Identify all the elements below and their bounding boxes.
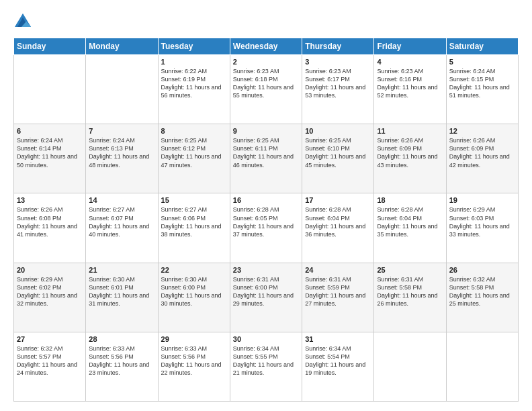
day-info: Sunrise: 6:32 AM Sunset: 5:58 PM Dayligh… xyxy=(449,275,515,308)
day-number: 29 xyxy=(161,335,227,343)
day-cell: 15Sunrise: 6:27 AM Sunset: 6:06 PM Dayli… xyxy=(158,193,230,263)
day-number: 31 xyxy=(305,335,371,343)
day-info: Sunrise: 6:27 AM Sunset: 6:06 PM Dayligh… xyxy=(161,205,227,238)
day-number: 26 xyxy=(449,266,515,274)
day-cell: 26Sunrise: 6:32 AM Sunset: 5:58 PM Dayli… xyxy=(446,263,518,332)
day-info: Sunrise: 6:30 AM Sunset: 6:01 PM Dayligh… xyxy=(89,275,154,308)
day-info: Sunrise: 6:25 AM Sunset: 6:11 PM Dayligh… xyxy=(233,136,299,169)
header-cell-monday: Monday xyxy=(86,38,158,55)
day-info: Sunrise: 6:33 AM Sunset: 5:56 PM Dayligh… xyxy=(89,345,154,377)
day-info: Sunrise: 6:25 AM Sunset: 6:10 PM Dayligh… xyxy=(305,136,371,169)
day-cell xyxy=(86,55,158,124)
day-number: 22 xyxy=(161,266,227,274)
day-info: Sunrise: 6:29 AM Sunset: 6:03 PM Dayligh… xyxy=(449,205,515,238)
day-number: 11 xyxy=(377,127,443,135)
day-info: Sunrise: 6:24 AM Sunset: 6:14 PM Dayligh… xyxy=(17,136,83,169)
day-number: 4 xyxy=(377,58,443,66)
header-cell-sunday: Sunday xyxy=(14,38,86,55)
day-cell: 14Sunrise: 6:27 AM Sunset: 6:07 PM Dayli… xyxy=(86,193,158,263)
day-info: Sunrise: 6:34 AM Sunset: 5:55 PM Dayligh… xyxy=(233,345,299,377)
day-number: 27 xyxy=(17,335,83,343)
day-number: 19 xyxy=(449,196,515,204)
day-info: Sunrise: 6:26 AM Sunset: 6:09 PM Dayligh… xyxy=(377,136,443,169)
day-info: Sunrise: 6:23 AM Sunset: 6:16 PM Dayligh… xyxy=(377,67,443,100)
calendar-body: 1Sunrise: 6:22 AM Sunset: 6:19 PM Daylig… xyxy=(14,55,519,402)
day-cell: 22Sunrise: 6:30 AM Sunset: 6:00 PM Dayli… xyxy=(158,263,230,332)
day-number: 28 xyxy=(89,335,154,343)
day-cell xyxy=(374,332,446,401)
day-info: Sunrise: 6:29 AM Sunset: 6:02 PM Dayligh… xyxy=(17,275,83,308)
day-cell: 12Sunrise: 6:26 AM Sunset: 6:09 PM Dayli… xyxy=(446,124,518,193)
day-cell: 21Sunrise: 6:30 AM Sunset: 6:01 PM Dayli… xyxy=(86,263,158,332)
day-cell: 27Sunrise: 6:32 AM Sunset: 5:57 PM Dayli… xyxy=(14,332,86,401)
day-number: 18 xyxy=(377,196,443,204)
day-number: 8 xyxy=(161,127,227,135)
day-cell xyxy=(446,332,518,401)
logo xyxy=(13,12,35,31)
day-number: 13 xyxy=(17,196,83,204)
day-info: Sunrise: 6:22 AM Sunset: 6:19 PM Dayligh… xyxy=(161,67,227,100)
header-cell-friday: Friday xyxy=(374,38,446,55)
day-number: 7 xyxy=(89,127,154,135)
header-row: SundayMondayTuesdayWednesdayThursdayFrid… xyxy=(14,38,519,55)
day-info: Sunrise: 6:28 AM Sunset: 6:05 PM Dayligh… xyxy=(233,205,299,238)
day-number: 30 xyxy=(233,335,299,343)
day-cell: 17Sunrise: 6:28 AM Sunset: 6:04 PM Dayli… xyxy=(302,193,374,263)
day-number: 14 xyxy=(89,196,154,204)
week-row-5: 27Sunrise: 6:32 AM Sunset: 5:57 PM Dayli… xyxy=(14,332,519,401)
day-number: 23 xyxy=(233,266,299,274)
header-cell-wednesday: Wednesday xyxy=(230,38,302,55)
day-number: 10 xyxy=(305,127,371,135)
page: SundayMondayTuesdayWednesdayThursdayFrid… xyxy=(0,0,532,411)
day-cell: 3Sunrise: 6:23 AM Sunset: 6:17 PM Daylig… xyxy=(302,55,374,124)
day-number: 3 xyxy=(305,58,371,66)
day-cell: 2Sunrise: 6:23 AM Sunset: 6:18 PM Daylig… xyxy=(230,55,302,124)
header xyxy=(13,12,519,31)
calendar-header: SundayMondayTuesdayWednesdayThursdayFrid… xyxy=(14,38,519,55)
day-cell xyxy=(14,55,86,124)
day-info: Sunrise: 6:26 AM Sunset: 6:09 PM Dayligh… xyxy=(449,136,515,169)
week-row-4: 20Sunrise: 6:29 AM Sunset: 6:02 PM Dayli… xyxy=(14,263,519,332)
day-cell: 23Sunrise: 6:31 AM Sunset: 6:00 PM Dayli… xyxy=(230,263,302,332)
day-cell: 24Sunrise: 6:31 AM Sunset: 5:59 PM Dayli… xyxy=(302,263,374,332)
day-number: 17 xyxy=(305,196,371,204)
day-cell: 25Sunrise: 6:31 AM Sunset: 5:58 PM Dayli… xyxy=(374,263,446,332)
day-cell: 6Sunrise: 6:24 AM Sunset: 6:14 PM Daylig… xyxy=(14,124,86,193)
day-info: Sunrise: 6:32 AM Sunset: 5:57 PM Dayligh… xyxy=(17,345,83,377)
day-info: Sunrise: 6:24 AM Sunset: 6:15 PM Dayligh… xyxy=(449,67,515,100)
calendar-table: SundayMondayTuesdayWednesdayThursdayFrid… xyxy=(13,38,519,402)
day-info: Sunrise: 6:26 AM Sunset: 6:08 PM Dayligh… xyxy=(17,205,83,238)
day-info: Sunrise: 6:33 AM Sunset: 5:56 PM Dayligh… xyxy=(161,345,227,377)
day-info: Sunrise: 6:24 AM Sunset: 6:13 PM Dayligh… xyxy=(89,136,154,169)
day-number: 6 xyxy=(17,127,83,135)
week-row-1: 1Sunrise: 6:22 AM Sunset: 6:19 PM Daylig… xyxy=(14,55,519,124)
day-info: Sunrise: 6:28 AM Sunset: 6:04 PM Dayligh… xyxy=(305,205,371,238)
week-row-3: 13Sunrise: 6:26 AM Sunset: 6:08 PM Dayli… xyxy=(14,193,519,263)
day-number: 9 xyxy=(233,127,299,135)
day-cell: 30Sunrise: 6:34 AM Sunset: 5:55 PM Dayli… xyxy=(230,332,302,401)
day-number: 12 xyxy=(449,127,515,135)
day-number: 20 xyxy=(17,266,83,274)
day-cell: 13Sunrise: 6:26 AM Sunset: 6:08 PM Dayli… xyxy=(14,193,86,263)
day-number: 15 xyxy=(161,196,227,204)
logo-icon xyxy=(13,12,32,31)
day-info: Sunrise: 6:31 AM Sunset: 5:59 PM Dayligh… xyxy=(305,275,371,308)
day-info: Sunrise: 6:23 AM Sunset: 6:18 PM Dayligh… xyxy=(233,67,299,100)
day-info: Sunrise: 6:23 AM Sunset: 6:17 PM Dayligh… xyxy=(305,67,371,100)
day-number: 2 xyxy=(233,58,299,66)
day-cell: 11Sunrise: 6:26 AM Sunset: 6:09 PM Dayli… xyxy=(374,124,446,193)
day-cell: 19Sunrise: 6:29 AM Sunset: 6:03 PM Dayli… xyxy=(446,193,518,263)
day-info: Sunrise: 6:27 AM Sunset: 6:07 PM Dayligh… xyxy=(89,205,154,238)
day-info: Sunrise: 6:31 AM Sunset: 6:00 PM Dayligh… xyxy=(233,275,299,308)
header-cell-thursday: Thursday xyxy=(302,38,374,55)
header-cell-tuesday: Tuesday xyxy=(158,38,230,55)
day-cell: 4Sunrise: 6:23 AM Sunset: 6:16 PM Daylig… xyxy=(374,55,446,124)
day-cell: 10Sunrise: 6:25 AM Sunset: 6:10 PM Dayli… xyxy=(302,124,374,193)
day-cell: 5Sunrise: 6:24 AM Sunset: 6:15 PM Daylig… xyxy=(446,55,518,124)
day-number: 16 xyxy=(233,196,299,204)
day-info: Sunrise: 6:31 AM Sunset: 5:58 PM Dayligh… xyxy=(377,275,443,308)
day-cell: 7Sunrise: 6:24 AM Sunset: 6:13 PM Daylig… xyxy=(86,124,158,193)
day-cell: 18Sunrise: 6:28 AM Sunset: 6:04 PM Dayli… xyxy=(374,193,446,263)
day-cell: 1Sunrise: 6:22 AM Sunset: 6:19 PM Daylig… xyxy=(158,55,230,124)
day-info: Sunrise: 6:25 AM Sunset: 6:12 PM Dayligh… xyxy=(161,136,227,169)
